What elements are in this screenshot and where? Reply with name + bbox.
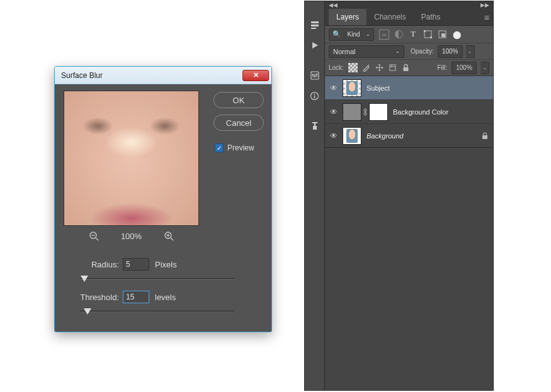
close-icon: ✕ bbox=[253, 72, 259, 79]
eye-icon bbox=[330, 83, 338, 92]
lock-pixels-icon[interactable] bbox=[361, 63, 371, 72]
opacity-dropdown-button[interactable]: ⌄ bbox=[466, 45, 475, 58]
filter-kind-label: Kind bbox=[347, 31, 360, 38]
zoom-out-button[interactable] bbox=[88, 230, 99, 242]
panel-tabs: Layers Channels Paths ≡ bbox=[325, 8, 493, 26]
fill-label: Fill: bbox=[437, 64, 447, 71]
visibility-toggle[interactable] bbox=[325, 131, 343, 140]
zoom-in-icon bbox=[164, 231, 174, 241]
tab-layers[interactable]: Layers bbox=[329, 9, 366, 25]
radius-input[interactable] bbox=[123, 258, 149, 271]
clone-source-panel-icon[interactable] bbox=[307, 118, 323, 134]
opacity-label: Opacity: bbox=[411, 48, 434, 55]
blend-mode-dropdown[interactable]: Normal ⌄ bbox=[329, 45, 404, 58]
svg-rect-30 bbox=[482, 135, 487, 139]
lock-all-icon[interactable] bbox=[401, 63, 411, 72]
check-icon: ✓ bbox=[217, 145, 222, 152]
filter-type-icon[interactable]: T bbox=[408, 30, 418, 40]
threshold-input[interactable] bbox=[123, 291, 149, 303]
layer-filter-row: 🔍 Kind ⌄ ▭ T ⬤ bbox=[325, 26, 493, 43]
preview-image[interactable] bbox=[64, 91, 199, 226]
layer-thumbnail[interactable] bbox=[343, 103, 361, 121]
layer-name[interactable]: Background bbox=[366, 132, 482, 140]
visibility-toggle[interactable] bbox=[325, 83, 343, 92]
zoom-percent: 100% bbox=[121, 232, 142, 241]
zoom-out-icon bbox=[89, 231, 99, 241]
layer-mask-thumbnail[interactable] bbox=[369, 103, 388, 121]
menu-icon: ≡ bbox=[484, 13, 489, 23]
eye-icon bbox=[330, 107, 338, 116]
info-panel-icon[interactable] bbox=[307, 87, 323, 104]
cancel-button[interactable]: Cancel bbox=[213, 115, 264, 131]
svg-line-4 bbox=[171, 238, 173, 240]
ok-button[interactable]: OK bbox=[213, 92, 264, 108]
svg-rect-25 bbox=[390, 65, 395, 70]
chevron-down-icon: ⌄ bbox=[366, 31, 370, 37]
svg-rect-19 bbox=[312, 122, 317, 123]
preview-checkbox-label: Preview bbox=[227, 143, 254, 152]
layer-thumbnail[interactable] bbox=[343, 127, 361, 145]
layer-row-background[interactable]: Background bbox=[325, 124, 493, 148]
filter-shape-icon[interactable] bbox=[423, 30, 433, 40]
filter-pixel-icon[interactable]: ▭ bbox=[379, 30, 389, 40]
zoom-in-button[interactable] bbox=[163, 230, 174, 242]
visibility-toggle[interactable] bbox=[325, 107, 343, 116]
layers-list: Subject Background Color Background bbox=[325, 76, 493, 390]
threshold-label: Threshold: bbox=[80, 293, 119, 302]
surface-blur-dialog: Surface Blur ✕ 100% OK Cancel ✓ Preview bbox=[54, 66, 272, 332]
dialog-body: 100% OK Cancel ✓ Preview Radius: Pixels bbox=[55, 84, 271, 332]
panel-main: ◀◀▶▶ Layers Channels Paths ≡ 🔍 Kind ⌄ ▭ … bbox=[325, 1, 493, 390]
eye-icon bbox=[330, 131, 338, 140]
panel-collapse-bar[interactable]: ◀◀▶▶ bbox=[325, 1, 493, 8]
fill-value[interactable]: 100% bbox=[452, 62, 477, 74]
radius-slider-thumb[interactable] bbox=[81, 276, 88, 282]
panel-tool-column bbox=[305, 1, 325, 390]
threshold-unit: levels bbox=[155, 293, 176, 302]
tab-paths[interactable]: Paths bbox=[414, 9, 448, 25]
preview-checkbox-row[interactable]: ✓ Preview bbox=[215, 143, 264, 152]
properties-panel-icon[interactable] bbox=[307, 67, 323, 84]
filter-kind-dropdown[interactable]: 🔍 Kind ⌄ bbox=[329, 28, 374, 41]
collapse-right-icon: ▶▶ bbox=[480, 2, 489, 8]
lock-transparency-icon[interactable] bbox=[348, 63, 358, 72]
layer-name[interactable]: Subject bbox=[366, 84, 488, 92]
tab-channels[interactable]: Channels bbox=[366, 9, 414, 25]
preview-checkbox[interactable]: ✓ bbox=[215, 143, 224, 152]
opacity-value[interactable]: 100% bbox=[438, 45, 463, 58]
svg-rect-26 bbox=[403, 67, 408, 71]
filter-adjustment-icon[interactable] bbox=[394, 30, 404, 40]
chevron-down-icon: ⌄ bbox=[395, 48, 400, 54]
history-panel-icon[interactable] bbox=[307, 17, 323, 33]
lock-indicator-icon bbox=[482, 132, 488, 140]
fill-dropdown-button[interactable]: ⌄ bbox=[480, 62, 489, 74]
svg-point-15 bbox=[314, 93, 315, 94]
filter-toggle-icon[interactable]: ⬤ bbox=[452, 30, 462, 40]
panel-menu-button[interactable]: ≡ bbox=[484, 13, 489, 25]
close-button[interactable]: ✕ bbox=[242, 70, 269, 81]
actions-panel-icon[interactable] bbox=[307, 37, 323, 53]
svg-rect-17 bbox=[313, 126, 317, 130]
lock-artboard-icon[interactable] bbox=[388, 63, 397, 72]
radius-param: Radius: Pixels bbox=[80, 258, 234, 284]
layers-panel: ◀◀▶▶ Layers Channels Paths ≡ 🔍 Kind ⌄ ▭ … bbox=[304, 1, 494, 391]
svg-point-11 bbox=[312, 74, 314, 76]
lock-position-icon[interactable] bbox=[375, 63, 384, 72]
layer-row-subject[interactable]: Subject bbox=[325, 76, 493, 100]
layer-thumbnail[interactable] bbox=[343, 79, 361, 97]
dialog-title: Surface Blur bbox=[61, 71, 242, 80]
threshold-slider[interactable] bbox=[80, 308, 234, 317]
threshold-slider-thumb[interactable] bbox=[84, 308, 91, 315]
svg-line-1 bbox=[96, 238, 98, 240]
layer-row-background-color[interactable]: Background Color bbox=[325, 100, 493, 124]
search-icon: 🔍 bbox=[332, 30, 341, 38]
blend-mode-row: Normal ⌄ Opacity: 100% ⌄ bbox=[325, 43, 493, 60]
filter-smart-icon[interactable] bbox=[437, 30, 447, 40]
radius-slider[interactable] bbox=[80, 276, 234, 284]
dialog-titlebar[interactable]: Surface Blur ✕ bbox=[55, 67, 271, 84]
mask-link-icon[interactable] bbox=[361, 108, 369, 116]
threshold-param: Threshold: levels bbox=[80, 291, 234, 317]
svg-rect-21 bbox=[424, 30, 426, 32]
svg-rect-22 bbox=[430, 36, 432, 38]
layer-name[interactable]: Background Color bbox=[393, 108, 488, 116]
svg-point-12 bbox=[314, 76, 315, 77]
